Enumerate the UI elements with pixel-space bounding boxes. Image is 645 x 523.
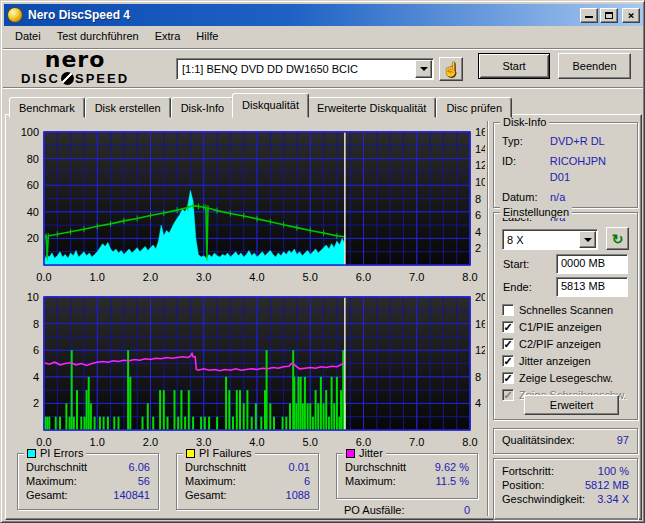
- speed-select[interactable]: 8 X: [502, 229, 598, 250]
- axis-tick-label: 14: [475, 143, 485, 155]
- menu-item-hilfe[interactable]: Hilfe: [188, 28, 226, 46]
- advanced-button[interactable]: Erweitert: [524, 395, 619, 415]
- start-button-label: Start: [502, 60, 525, 72]
- stat-value: 0.01: [289, 461, 310, 473]
- stat-row: Maximum:56: [18, 474, 158, 488]
- pi-errors-legend-swatch: [27, 449, 36, 458]
- stat-row: Durchschnitt6.06: [18, 460, 158, 474]
- po-failures-label: PO Ausfälle:: [344, 504, 405, 516]
- axis-tick-label: 8.0: [462, 271, 477, 283]
- axis-tick-label: 8.0: [462, 436, 477, 448]
- checkbox-checked-icon: ✓: [502, 338, 514, 350]
- disk-info-group: Disk-Info Typ:DVD+R DLID:RICOHJPN D01Dat…: [493, 122, 638, 208]
- title-bar: Nero DiscSpeed 4 ×: [4, 4, 643, 26]
- start-field[interactable]: 0000 MB: [556, 254, 628, 274]
- axis-tick-label: 10: [475, 176, 485, 188]
- drive-options-button[interactable]: ☝: [439, 57, 463, 81]
- menu-item-datei[interactable]: Datei: [7, 28, 49, 46]
- start-field-label: Start:: [503, 258, 529, 270]
- speed-select-arrow[interactable]: [579, 231, 596, 248]
- checkbox-unchecked-icon: [502, 304, 514, 316]
- tab-disk-erstellen[interactable]: Disk erstellen: [85, 97, 171, 118]
- pi-failures-group: PI Failures Durchschnitt0.01Maximum:6Ges…: [176, 453, 319, 510]
- disk-info-label: ID:: [502, 153, 550, 185]
- quit-button-label: Beenden: [572, 60, 616, 72]
- stat-row: Durchschnitt9.62 %: [337, 460, 477, 474]
- checkbox-jitter-anzeigen[interactable]: ✓Jitter anzeigen: [494, 352, 637, 369]
- axis-tick-label: 7.0: [409, 271, 424, 283]
- start-field-value: 0000 MB: [561, 257, 605, 269]
- axis-tick-label: 100: [21, 126, 39, 138]
- stat-row: Maximum:6: [177, 474, 318, 488]
- disk-info-value: n/a: [550, 189, 565, 205]
- stat-value: 6: [304, 475, 310, 487]
- disk-info-value: DVD+R DL: [550, 133, 605, 149]
- checkbox-checked-icon: ✓: [502, 389, 514, 401]
- end-field[interactable]: 5813 MB: [556, 277, 628, 297]
- disk-info-label: Typ:: [502, 133, 550, 149]
- checkbox-schnelles-scannen[interactable]: Schnelles Scannen: [494, 301, 637, 318]
- stat-value: 140841: [113, 489, 150, 501]
- quality-index-panel: Qualitätsindex: 97: [493, 428, 638, 454]
- minimize-button[interactable]: [580, 8, 598, 23]
- pi-failures-jitter-chart: 108642201612840.01.02.03.04.05.06.07.08.…: [9, 290, 485, 448]
- chevron-down-icon: [420, 67, 428, 71]
- close-button[interactable]: ×: [622, 8, 640, 23]
- axis-tick-label: 6: [475, 209, 481, 221]
- maximize-icon: [605, 12, 613, 19]
- menu-bar: DateiTest durchführenExtraHilfe: [7, 28, 226, 46]
- axis-tick-label: 2.0: [143, 436, 158, 448]
- stat-label: Fortschritt:: [502, 465, 554, 477]
- tab-disc-pr-fen[interactable]: Disc prüfen: [436, 97, 512, 118]
- app-window: Nero DiscSpeed 4 × DateiTest durchführen…: [0, 0, 645, 523]
- axis-tick-label: 6.0: [356, 271, 371, 283]
- maximize-button[interactable]: [600, 8, 618, 23]
- stat-label: Gesamt:: [26, 489, 68, 501]
- tab-benchmark[interactable]: Benchmark: [9, 97, 85, 118]
- pi-errors-title: PI Errors: [40, 447, 83, 459]
- drive-select[interactable]: [1:1] BENQ DVD DD DW1650 BCIC: [176, 58, 434, 80]
- drive-select-arrow[interactable]: [415, 60, 432, 78]
- refresh-button[interactable]: ↻: [606, 227, 629, 250]
- checkbox-label: C1/PIE anzeigen: [519, 321, 602, 333]
- menu-item-extra[interactable]: Extra: [147, 28, 189, 46]
- checkbox-zeige-lesegeschw-[interactable]: ✓Zeige Lesegeschw.: [494, 369, 637, 386]
- close-icon: ×: [628, 11, 635, 20]
- stat-label: Durchschnitt: [185, 461, 246, 473]
- axis-tick-label: 5.0: [303, 436, 318, 448]
- drive-select-value: [1:1] BENQ DVD DD DW1650 BCIC: [177, 63, 415, 75]
- checkbox-checked-icon: ✓: [502, 355, 514, 367]
- logo-disc-text: DISC: [21, 72, 60, 85]
- tab-disk-info[interactable]: Disk-Info: [171, 97, 234, 118]
- stat-value: 5812 MB: [585, 479, 629, 491]
- advanced-button-label: Erweitert: [550, 399, 593, 411]
- checkbox-c1-pie-anzeigen[interactable]: ✓C1/PIE anzeigen: [494, 318, 637, 335]
- stat-row: Gesamt:1088: [177, 488, 318, 502]
- quit-button[interactable]: Beenden: [558, 53, 631, 79]
- checkbox-label: Jitter anzeigen: [519, 355, 591, 367]
- stat-row: Position:5812 MB: [494, 478, 637, 492]
- disk-info-value: RICOHJPN D01: [550, 153, 629, 185]
- menu-item-test-durchf-hren[interactable]: Test durchführen: [49, 28, 147, 46]
- axis-tick-label: 4: [475, 397, 481, 409]
- disc-icon: [61, 72, 74, 85]
- checkbox-label: Zeige Lesegeschw.: [519, 372, 613, 384]
- tab-erweiterte-diskqualit-t[interactable]: Erweiterte Diskqualität: [307, 97, 436, 118]
- axis-tick-label: 8: [475, 193, 481, 205]
- axis-tick-label: 1.0: [90, 271, 105, 283]
- checkbox-checked-icon: ✓: [502, 321, 514, 333]
- speed-select-value: 8 X: [503, 234, 579, 246]
- jitter-title: Jitter: [359, 447, 383, 459]
- start-button[interactable]: Start: [478, 53, 550, 79]
- stat-row: Durchschnitt0.01: [177, 460, 318, 474]
- stat-value: 100 %: [598, 465, 629, 477]
- axis-tick-label: 4.0: [249, 271, 264, 283]
- tab-diskqualit-t[interactable]: Diskqualität: [232, 93, 309, 118]
- po-failures-row: PO Ausfälle: 0: [336, 503, 478, 517]
- axis-tick-label: 20: [27, 232, 39, 244]
- stat-value: 6.06: [129, 461, 150, 473]
- pi-failures-title: PI Failures: [199, 447, 252, 459]
- axis-tick-label: 16: [475, 126, 485, 138]
- checkbox-c2-pif-anzeigen[interactable]: ✓C2/PIF anzeigen: [494, 335, 637, 352]
- stat-label: Durchschnitt: [345, 461, 406, 473]
